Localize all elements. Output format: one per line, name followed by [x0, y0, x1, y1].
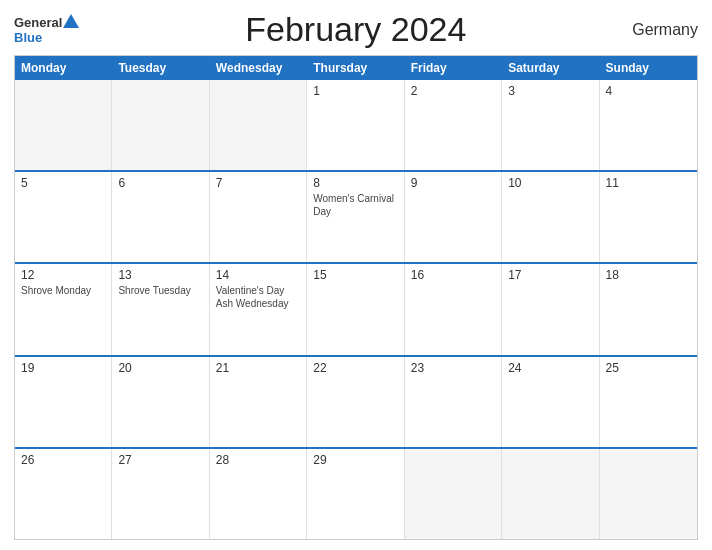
- day-of-week-saturday: Saturday: [502, 56, 599, 80]
- cal-cell-3-2: 13Shrove Tuesday: [112, 264, 209, 354]
- day-of-week-wednesday: Wednesday: [210, 56, 307, 80]
- cal-cell-4-1: 19: [15, 357, 112, 447]
- cal-cell-5-2: 27: [112, 449, 209, 539]
- day-number: 11: [606, 176, 691, 190]
- day-number: 18: [606, 268, 691, 282]
- cal-cell-2-5: 9: [405, 172, 502, 262]
- cal-cell-4-2: 20: [112, 357, 209, 447]
- day-number: 17: [508, 268, 592, 282]
- day-number: 14: [216, 268, 300, 282]
- cal-cell-3-4: 15: [307, 264, 404, 354]
- day-event: Shrove Monday: [21, 284, 105, 297]
- day-number: 3: [508, 84, 592, 98]
- day-number: 23: [411, 361, 495, 375]
- day-of-week-thursday: Thursday: [307, 56, 404, 80]
- cal-cell-4-4: 22: [307, 357, 404, 447]
- day-number: 9: [411, 176, 495, 190]
- logo: General Blue: [14, 14, 79, 45]
- cal-cell-5-7: [600, 449, 697, 539]
- logo-blue-text: Blue: [14, 30, 42, 45]
- cal-cell-5-3: 28: [210, 449, 307, 539]
- cal-cell-3-3: 14Valentine's DayAsh Wednesday: [210, 264, 307, 354]
- day-number: 4: [606, 84, 691, 98]
- cal-cell-2-2: 6: [112, 172, 209, 262]
- week-row-5: 26272829: [15, 447, 697, 539]
- day-number: 20: [118, 361, 202, 375]
- day-of-week-sunday: Sunday: [600, 56, 697, 80]
- calendar-header: MondayTuesdayWednesdayThursdayFridaySatu…: [15, 56, 697, 80]
- logo-triangle-icon: [63, 14, 79, 28]
- cal-cell-3-5: 16: [405, 264, 502, 354]
- cal-cell-5-5: [405, 449, 502, 539]
- day-number: 19: [21, 361, 105, 375]
- cal-cell-2-1: 5: [15, 172, 112, 262]
- calendar-body: 12345678Women's Carnival Day9101112Shrov…: [15, 80, 697, 539]
- cal-cell-1-4: 1: [307, 80, 404, 170]
- day-number: 5: [21, 176, 105, 190]
- day-number: 16: [411, 268, 495, 282]
- day-number: 28: [216, 453, 300, 467]
- day-number: 29: [313, 453, 397, 467]
- cal-cell-3-6: 17: [502, 264, 599, 354]
- day-of-week-tuesday: Tuesday: [112, 56, 209, 80]
- day-number: 26: [21, 453, 105, 467]
- day-event: Ash Wednesday: [216, 297, 300, 310]
- cal-cell-2-6: 10: [502, 172, 599, 262]
- week-row-2: 5678Women's Carnival Day91011: [15, 170, 697, 262]
- country-label: Germany: [632, 21, 698, 39]
- day-of-week-friday: Friday: [405, 56, 502, 80]
- day-of-week-monday: Monday: [15, 56, 112, 80]
- week-row-3: 12Shrove Monday13Shrove Tuesday14Valenti…: [15, 262, 697, 354]
- cal-cell-1-1: [15, 80, 112, 170]
- day-number: 15: [313, 268, 397, 282]
- cal-cell-3-1: 12Shrove Monday: [15, 264, 112, 354]
- day-number: 25: [606, 361, 691, 375]
- day-number: 21: [216, 361, 300, 375]
- cal-cell-4-6: 24: [502, 357, 599, 447]
- day-number: 6: [118, 176, 202, 190]
- cal-cell-3-7: 18: [600, 264, 697, 354]
- week-row-4: 19202122232425: [15, 355, 697, 447]
- cal-cell-1-5: 2: [405, 80, 502, 170]
- cal-cell-1-2: [112, 80, 209, 170]
- cal-cell-1-3: [210, 80, 307, 170]
- cal-cell-1-7: 4: [600, 80, 697, 170]
- day-number: 2: [411, 84, 495, 98]
- day-number: 7: [216, 176, 300, 190]
- cal-cell-2-7: 11: [600, 172, 697, 262]
- cal-cell-4-7: 25: [600, 357, 697, 447]
- cal-cell-4-3: 21: [210, 357, 307, 447]
- day-number: 24: [508, 361, 592, 375]
- cal-cell-1-6: 3: [502, 80, 599, 170]
- week-row-1: 1234: [15, 80, 697, 170]
- day-number: 8: [313, 176, 397, 190]
- day-number: 12: [21, 268, 105, 282]
- day-number: 10: [508, 176, 592, 190]
- month-title: February 2024: [245, 10, 466, 49]
- header: General Blue February 2024 Germany: [14, 10, 698, 49]
- day-event: Women's Carnival Day: [313, 192, 397, 218]
- day-number: 13: [118, 268, 202, 282]
- day-event: Valentine's Day: [216, 284, 300, 297]
- cal-cell-2-3: 7: [210, 172, 307, 262]
- page: General Blue February 2024 Germany Monda…: [0, 0, 712, 550]
- cal-cell-5-1: 26: [15, 449, 112, 539]
- cal-cell-4-5: 23: [405, 357, 502, 447]
- day-event: Shrove Tuesday: [118, 284, 202, 297]
- cal-cell-5-4: 29: [307, 449, 404, 539]
- day-number: 1: [313, 84, 397, 98]
- day-number: 27: [118, 453, 202, 467]
- cal-cell-2-4: 8Women's Carnival Day: [307, 172, 404, 262]
- calendar: MondayTuesdayWednesdayThursdayFridaySatu…: [14, 55, 698, 540]
- logo-general-text: General: [14, 15, 62, 30]
- day-number: 22: [313, 361, 397, 375]
- cal-cell-5-6: [502, 449, 599, 539]
